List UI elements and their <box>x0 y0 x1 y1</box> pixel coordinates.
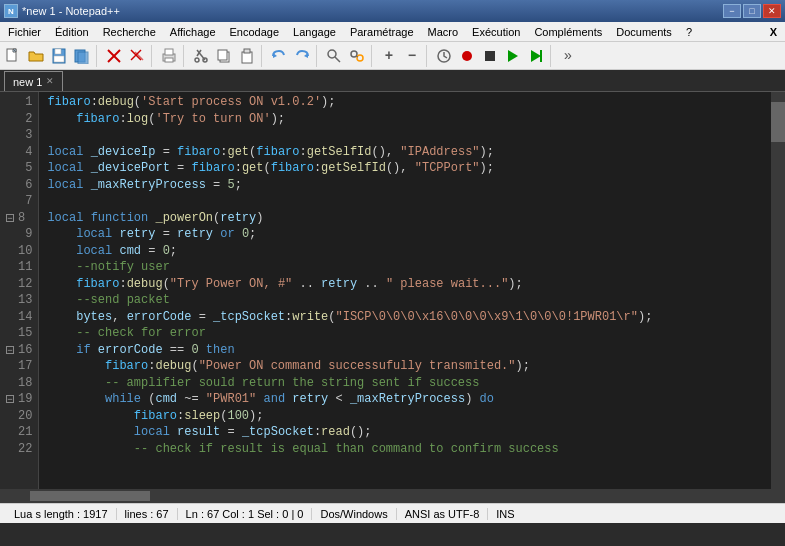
toolbar-undo[interactable] <box>268 45 290 67</box>
title-bar: N *new 1 - Notepad++ − □ ✕ <box>0 0 785 22</box>
svg-rect-14 <box>165 49 173 55</box>
svg-rect-36 <box>540 50 542 62</box>
line-num: 1 <box>6 94 32 111</box>
toolbar-print[interactable] <box>158 45 180 67</box>
horizontal-scrollbar[interactable] <box>0 489 785 503</box>
toolbar-paste[interactable] <box>236 45 258 67</box>
menu-execution[interactable]: Exécution <box>466 25 526 39</box>
line-num: 12 <box>6 276 32 293</box>
status-lines: lines : 67 <box>117 508 178 520</box>
toolbar-zoom-out[interactable]: − <box>401 45 423 67</box>
line-num: 13 <box>6 292 32 309</box>
hscroll-thumb[interactable] <box>30 491 150 501</box>
line-num: 4 <box>6 144 32 161</box>
fold-marker[interactable]: − <box>6 346 14 354</box>
svg-rect-22 <box>242 52 252 63</box>
menu-documents[interactable]: Documents <box>610 25 678 39</box>
toolbar-replace[interactable] <box>346 45 368 67</box>
line-num: 18 <box>6 375 32 392</box>
svg-marker-34 <box>508 50 518 62</box>
svg-point-26 <box>328 50 336 58</box>
menu-recherche[interactable]: Recherche <box>97 25 162 39</box>
toolbar-close[interactable] <box>103 45 125 67</box>
svg-rect-5 <box>54 56 64 62</box>
toolbar: + − » <box>0 42 785 70</box>
toolbar-sep-1 <box>96 45 100 67</box>
line-num: 22 <box>6 441 32 458</box>
status-eol: Dos/Windows <box>312 508 396 520</box>
toolbar-sync[interactable] <box>433 45 455 67</box>
toolbar-close-all[interactable] <box>126 45 148 67</box>
menu-help[interactable]: ? <box>680 25 698 39</box>
window-close-button[interactable]: ✕ <box>763 4 781 18</box>
tab-bar: new 1 ✕ <box>0 70 785 92</box>
fold-marker[interactable]: − <box>6 395 14 403</box>
line-num: 3 <box>6 127 32 144</box>
status-length: Lua s length : 1917 <box>6 508 117 520</box>
menu-langage[interactable]: Langage <box>287 25 342 39</box>
svg-marker-25 <box>304 53 308 58</box>
title-bar-left: N *new 1 - Notepad++ <box>4 4 120 18</box>
line-num: 5 <box>6 160 32 177</box>
toolbar-cut[interactable] <box>190 45 212 67</box>
code-editor[interactable]: fibaro:debug('Start process ON v1.0.2');… <box>39 92 771 489</box>
tab-close-button[interactable]: ✕ <box>46 77 54 86</box>
menu-macro[interactable]: Macro <box>422 25 465 39</box>
toolbar-save[interactable] <box>48 45 70 67</box>
line-num: 15 <box>6 325 32 342</box>
svg-marker-35 <box>531 50 541 62</box>
line-num: 14 <box>6 309 32 326</box>
toolbar-new[interactable] <box>2 45 24 67</box>
svg-rect-23 <box>244 49 250 53</box>
tab-new1[interactable]: new 1 ✕ <box>4 71 63 91</box>
toolbar-macro-stop[interactable] <box>479 45 501 67</box>
status-bar: Lua s length : 1917 lines : 67 Ln : 67 C… <box>0 503 785 523</box>
line-num: 2 <box>6 111 32 128</box>
toolbar-more[interactable]: » <box>557 45 579 67</box>
toolbar-macro-rec[interactable] <box>456 45 478 67</box>
svg-rect-21 <box>218 50 227 60</box>
line-num: −8 <box>6 210 32 227</box>
maximize-button[interactable]: □ <box>743 4 761 18</box>
svg-marker-24 <box>273 53 277 58</box>
menu-complements[interactable]: Compléments <box>528 25 608 39</box>
svg-rect-4 <box>55 49 61 54</box>
status-position: Ln : 67 Col : 1 Sel : 0 | 0 <box>178 508 313 520</box>
menu-edition[interactable]: Édition <box>49 25 95 39</box>
minimize-button[interactable]: − <box>723 4 741 18</box>
svg-rect-15 <box>165 58 173 62</box>
vertical-scrollbar[interactable] <box>771 92 785 489</box>
toolbar-sep-8 <box>550 45 554 67</box>
menu-parametrage[interactable]: Paramétrage <box>344 25 420 39</box>
app-icon: N <box>4 4 18 18</box>
window-title: *new 1 - Notepad++ <box>22 5 120 17</box>
line-num: 6 <box>6 177 32 194</box>
toolbar-copy[interactable] <box>213 45 235 67</box>
line-num: −19 <box>6 391 32 408</box>
line-num: 20 <box>6 408 32 425</box>
menu-fichier[interactable]: Fichier <box>2 25 47 39</box>
toolbar-find[interactable] <box>323 45 345 67</box>
toolbar-macro-play[interactable] <box>502 45 524 67</box>
toolbar-zoom-in[interactable]: + <box>378 45 400 67</box>
fold-marker[interactable]: − <box>6 214 14 222</box>
line-numbers: 1 2 3 4 5 6 7 −8 9 10 11 12 13 14 15 −16… <box>0 92 39 489</box>
menu-encodage[interactable]: Encodage <box>224 25 286 39</box>
toolbar-sep-2 <box>151 45 155 67</box>
svg-point-29 <box>357 55 363 61</box>
toolbar-sep-3 <box>183 45 187 67</box>
status-encoding: ANSI as UTF-8 <box>397 508 489 520</box>
line-num: 11 <box>6 259 32 276</box>
toolbar-save-all[interactable] <box>71 45 93 67</box>
menu-affichage[interactable]: Affichage <box>164 25 222 39</box>
line-num: −16 <box>6 342 32 359</box>
toolbar-run[interactable] <box>525 45 547 67</box>
line-num: 21 <box>6 424 32 441</box>
menu-close-x[interactable]: X <box>764 26 783 38</box>
toolbar-open[interactable] <box>25 45 47 67</box>
scrollbar-thumb[interactable] <box>771 102 785 142</box>
svg-line-27 <box>335 57 340 62</box>
toolbar-redo[interactable] <box>291 45 313 67</box>
svg-rect-7 <box>78 52 88 64</box>
svg-rect-33 <box>485 51 495 61</box>
